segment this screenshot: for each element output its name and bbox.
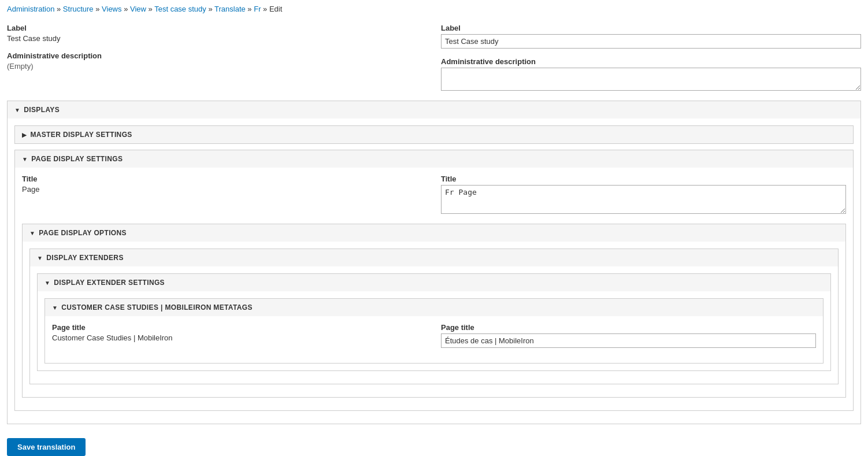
display-extenders-arrow: ▼	[37, 255, 43, 261]
page-title-row: Title Page Title Fr Page	[22, 175, 846, 216]
title-heading-right: Title	[441, 175, 846, 183]
displays-section: ▼ DISPLAYS ▶ MASTER DISPLAY SETTINGS ▼ P…	[7, 101, 861, 424]
customer-case-studies-header[interactable]: ▼ CUSTOMER CASE STUDIES | MOBILEIRON MET…	[45, 299, 823, 316]
breadcrumb-test-case-study[interactable]: Test case study	[154, 5, 206, 13]
admin-desc-heading-right: Administrative description	[441, 57, 861, 66]
admin-desc-heading-left: Administrative description	[7, 51, 427, 60]
display-extender-settings-body: ▼ CUSTOMER CASE STUDIES | MOBILEIRON MET…	[38, 291, 830, 370]
breadcrumb-structure[interactable]: Structure	[63, 5, 94, 13]
master-display-title: MASTER DISPLAY SETTINGS	[30, 131, 132, 139]
page-title-value-left: Customer Case Studies | MobileIron	[52, 333, 427, 342]
page-display-options-body: ▼ DISPLAY EXTENDERS ▼ DISPLAY EXTENDER S…	[23, 242, 845, 397]
label-heading-right: Label	[441, 24, 861, 32]
title-value-left: Page	[22, 185, 427, 194]
page-title-input[interactable]	[441, 333, 816, 348]
display-extenders-section: ▼ DISPLAY EXTENDERS ▼ DISPLAY EXTENDER S…	[29, 249, 839, 384]
breadcrumb-fr[interactable]: Fr	[254, 5, 261, 13]
page-display-options-arrow: ▼	[29, 230, 35, 236]
page-display-body: Title Page Title Fr Page ▼ PAGE DISPLAY …	[15, 168, 853, 410]
displays-arrow: ▼	[14, 107, 20, 113]
page-display-options-section: ▼ PAGE DISPLAY OPTIONS ▼ DISPLAY EXTENDE…	[22, 224, 846, 398]
master-display-header[interactable]: ▶ MASTER DISPLAY SETTINGS	[15, 126, 853, 143]
display-extender-settings-title: DISPLAY EXTENDER SETTINGS	[54, 279, 165, 287]
title-heading-left: Title	[22, 175, 427, 183]
admin-desc-value-left: (Empty)	[7, 62, 427, 71]
page-title-metatag-row: Page title Customer Case Studies | Mobil…	[52, 323, 816, 348]
page-display-options-title: PAGE DISPLAY OPTIONS	[39, 229, 127, 237]
breadcrumb: Administration » Structure » Views » Vie…	[7, 5, 861, 13]
breadcrumb-views[interactable]: Views	[102, 5, 121, 13]
display-extender-settings-arrow: ▼	[44, 280, 50, 286]
title-input[interactable]: Fr Page	[441, 185, 846, 214]
page-display-options-header[interactable]: ▼ PAGE DISPLAY OPTIONS	[23, 224, 845, 242]
page-title-heading-right: Page title	[441, 323, 816, 332]
customer-case-studies-title: CUSTOMER CASE STUDIES | MOBILEIRON METAT…	[61, 303, 253, 312]
breadcrumb-translate[interactable]: Translate	[214, 5, 246, 13]
save-translation-button[interactable]: Save translation	[7, 438, 86, 456]
displays-header[interactable]: ▼ DISPLAYS	[8, 101, 860, 118]
page-display-header[interactable]: ▼ PAGE DISPLAY SETTINGS	[15, 150, 853, 168]
customer-case-studies-body: Page title Customer Case Studies | Mobil…	[45, 316, 823, 363]
display-extenders-body: ▼ DISPLAY EXTENDER SETTINGS ▼	[30, 266, 838, 384]
display-extender-settings-header[interactable]: ▼ DISPLAY EXTENDER SETTINGS	[38, 274, 830, 291]
top-fields: Label Test Case study Administrative des…	[7, 24, 861, 92]
customer-case-studies-arrow: ▼	[52, 305, 58, 311]
display-extenders-header[interactable]: ▼ DISPLAY EXTENDERS	[30, 249, 838, 266]
master-display-arrow: ▶	[22, 132, 27, 138]
displays-body: ▶ MASTER DISPLAY SETTINGS ▼ PAGE DISPLAY…	[8, 118, 860, 424]
label-heading-left: Label	[7, 24, 427, 32]
display-extender-settings-section: ▼ DISPLAY EXTENDER SETTINGS ▼	[37, 273, 831, 371]
breadcrumb-edit: Edit	[269, 5, 282, 13]
display-extenders-title: DISPLAY EXTENDERS	[46, 254, 124, 262]
right-column: Label Administrative description	[441, 24, 861, 92]
page-display-arrow: ▼	[22, 156, 28, 162]
page-display-title: PAGE DISPLAY SETTINGS	[31, 155, 123, 163]
displays-title: DISPLAYS	[24, 106, 60, 114]
admin-desc-input[interactable]	[441, 68, 861, 91]
customer-case-studies-section: ▼ CUSTOMER CASE STUDIES | MOBILEIRON MET…	[44, 298, 824, 364]
page-title-heading-left: Page title	[52, 323, 427, 332]
left-column: Label Test Case study Administrative des…	[7, 24, 427, 92]
label-value-left: Test Case study	[7, 34, 427, 43]
label-input[interactable]	[441, 34, 861, 49]
master-display-section: ▶ MASTER DISPLAY SETTINGS	[14, 125, 854, 144]
breadcrumb-administration[interactable]: Administration	[7, 5, 54, 13]
breadcrumb-view[interactable]: View	[130, 5, 146, 13]
page-display-section: ▼ PAGE DISPLAY SETTINGS Title Page Title…	[14, 150, 854, 411]
